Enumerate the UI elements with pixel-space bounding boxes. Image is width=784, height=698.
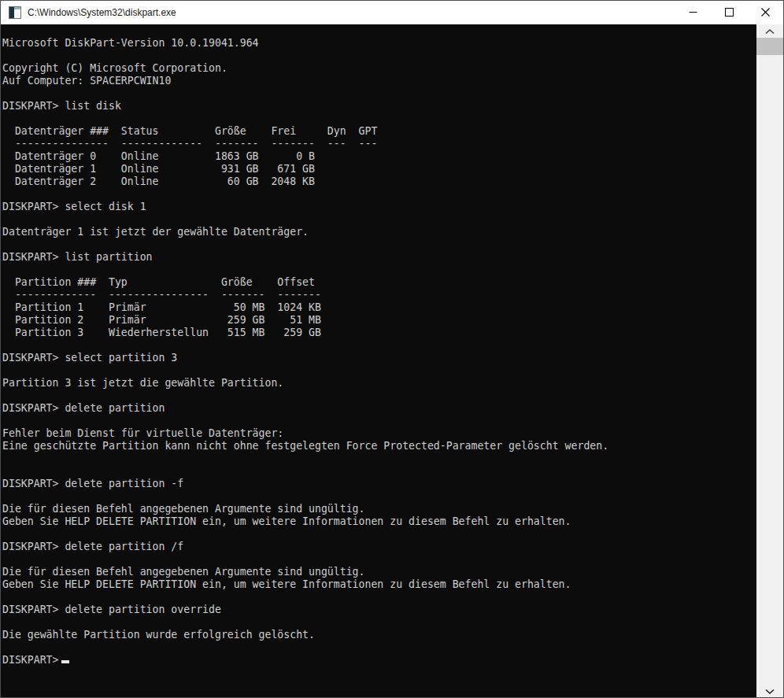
console-text: Microsoft DiskPart-Version 10.0.19041.96… xyxy=(1,24,756,667)
window-body: Microsoft DiskPart-Version 10.0.19041.96… xyxy=(1,24,783,697)
minimize-icon xyxy=(689,7,697,19)
text-cursor xyxy=(61,660,69,663)
close-button[interactable] xyxy=(747,1,783,24)
close-icon xyxy=(761,7,770,19)
scroll-up-button[interactable] xyxy=(756,24,783,38)
vertical-scrollbar[interactable] xyxy=(756,24,783,697)
minimize-button[interactable] xyxy=(675,1,711,24)
scroll-down-button[interactable] xyxy=(756,684,783,697)
window-title: C:\Windows\System32\diskpart.exe xyxy=(28,7,176,18)
maximize-button[interactable] xyxy=(711,1,747,24)
window-controls xyxy=(675,1,783,24)
app-window: C:\Windows\System32\diskpart.exe xyxy=(0,0,784,698)
console[interactable]: Microsoft DiskPart-Version 10.0.19041.96… xyxy=(1,24,756,697)
scrollbar-thumb[interactable] xyxy=(756,38,783,55)
title-bar[interactable]: C:\Windows\System32\diskpart.exe xyxy=(1,1,783,24)
chevron-down-icon xyxy=(765,685,775,696)
chevron-up-icon xyxy=(765,25,775,37)
console-app-icon xyxy=(9,6,21,19)
maximize-icon xyxy=(725,7,734,19)
